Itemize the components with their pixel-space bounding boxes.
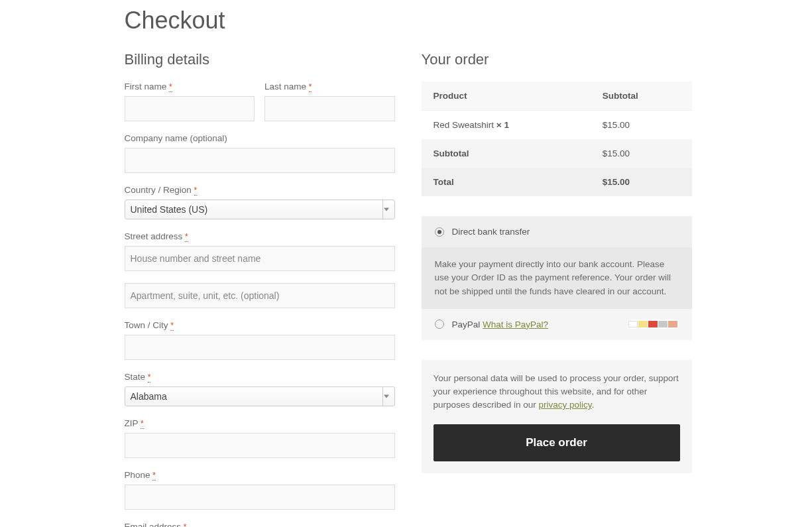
product-column-header: Product — [422, 82, 591, 111]
country-label: Country / Region * — [125, 185, 395, 195]
amex-icon — [658, 321, 667, 327]
privacy-policy-link[interactable]: privacy policy — [539, 400, 592, 410]
payment-methods: Direct bank transfer Make your payment d… — [422, 216, 692, 340]
first-name-input[interactable] — [125, 96, 255, 121]
city-label: Town / City * — [125, 320, 395, 330]
phone-label: Phone * — [125, 470, 395, 480]
state-select[interactable]: Alabama — [125, 386, 395, 406]
order-summary-table: Product Subtotal Red Sweatshirt × 1 $15.… — [422, 82, 692, 196]
state-label: State * — [125, 372, 395, 382]
street-address-input[interactable] — [125, 246, 395, 271]
zip-label: ZIP * — [125, 418, 395, 428]
discover-icon — [668, 321, 677, 327]
order-heading: Your order — [422, 51, 692, 68]
last-name-label: Last name * — [264, 82, 395, 91]
mastercard-icon — [648, 321, 658, 327]
place-order-section: Your personal data will be used to proce… — [422, 360, 692, 473]
order-item-row: Red Sweatshirt × 1 $15.00 — [422, 111, 692, 140]
payment-method-paypal[interactable]: PayPal What is PayPal? — [422, 309, 692, 340]
total-value: $15.00 — [591, 168, 692, 196]
radio-unchecked-icon — [435, 320, 444, 329]
page-title: Checkout — [125, 7, 688, 34]
company-label: Company name (optional) — [125, 133, 395, 143]
order-section: Your order Product Subtotal Red Sweatshi… — [422, 51, 692, 527]
street-label: Street address * — [125, 231, 395, 241]
privacy-policy-text: Your personal data will be used to proce… — [434, 372, 680, 412]
subtotal-label: Subtotal — [422, 139, 591, 168]
order-item-name: Red Sweatshirt — [434, 120, 496, 130]
order-item-qty: × 1 — [496, 120, 509, 130]
subtotal-column-header: Subtotal — [591, 82, 692, 111]
payment-paypal-label: PayPal What is PayPal? — [452, 320, 549, 329]
radio-checked-icon — [435, 227, 444, 237]
country-select[interactable]: United States (US) — [125, 200, 395, 219]
phone-input[interactable] — [125, 485, 395, 510]
billing-section: Billing details First name * Last name *… — [125, 51, 395, 527]
subtotal-value: $15.00 — [591, 139, 692, 168]
billing-heading: Billing details — [125, 51, 395, 68]
street-address-2-input[interactable] — [125, 283, 395, 308]
payment-bacs-description: Make your payment directly into our bank… — [422, 247, 692, 309]
email-label: Email address * — [125, 522, 395, 527]
city-input[interactable] — [125, 335, 395, 360]
company-input[interactable] — [125, 148, 395, 173]
place-order-button[interactable]: Place order — [434, 424, 680, 461]
total-label: Total — [422, 168, 591, 196]
first-name-label: First name * — [125, 82, 255, 91]
order-item-price: $15.00 — [591, 111, 692, 140]
what-is-paypal-link[interactable]: What is PayPal? — [483, 320, 548, 329]
payment-method-bacs[interactable]: Direct bank transfer — [422, 216, 692, 247]
payment-card-icons — [627, 320, 679, 329]
last-name-input[interactable] — [264, 96, 395, 121]
payment-bacs-label: Direct bank transfer — [452, 227, 530, 237]
zip-input[interactable] — [125, 433, 395, 458]
paypal-logo-icon — [628, 321, 638, 327]
visa-icon — [638, 321, 648, 327]
